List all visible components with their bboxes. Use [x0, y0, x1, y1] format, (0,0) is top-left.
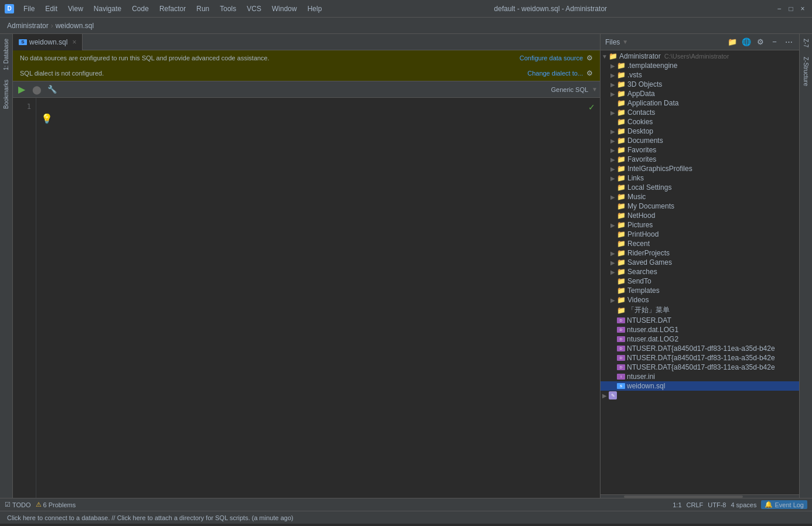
tree-item-ntuserdatguid1[interactable]: ▶ D NTUSER.DAT{a8450d17-df83-11ea-a35d-b… — [601, 344, 799, 353]
file-tree-scrollbar[interactable] — [601, 494, 799, 498]
tree-item-videos[interactable]: ▶ 📁 Videos — [601, 295, 799, 305]
arrow-icon-music[interactable]: ▶ — [609, 193, 617, 201]
tree-item-printhood[interactable]: ▶ 📁 PrintHood — [601, 230, 799, 239]
tree-item-nethood[interactable]: ▶ 📁 NetHood — [601, 211, 799, 220]
minimize-button[interactable]: − — [775, 4, 784, 13]
tree-item-desktop[interactable]: ▶ 📁 Desktop — [601, 127, 799, 136]
arrow-icon-appdata[interactable]: ▶ — [609, 90, 617, 98]
tree-item-applicationdata[interactable]: ▶ 📁 Application Data — [601, 98, 799, 108]
tree-item-ntuserdat[interactable]: ▶ D NTUSER.DAT — [601, 316, 799, 325]
tree-item-downloads[interactable]: ▶ 📁 Favorites — [601, 145, 799, 155]
sidebar-label-z7[interactable]: Z-7 — [801, 34, 810, 52]
tree-item-cookies[interactable]: ▶ 📁 Cookies — [601, 117, 799, 127]
dialect-arrow-icon[interactable]: ▼ — [592, 86, 598, 93]
tree-item-riderprojects[interactable]: ▶ 📁 RiderProjects — [601, 248, 799, 258]
bottom-status-text[interactable]: Click here to connect to a database. // … — [7, 514, 805, 521]
menu-window[interactable]: Window — [267, 4, 302, 14]
code-content[interactable]: 💡 ✓ — [36, 98, 600, 498]
encoding-indicator[interactable]: UTF-8 — [708, 501, 726, 508]
line-sep-indicator[interactable]: CRLF — [687, 501, 704, 508]
menu-vcs[interactable]: VCS — [242, 4, 266, 14]
tree-item-savedgames[interactable]: ▶ 📁 Saved Games — [601, 258, 799, 267]
arrow-icon-contacts[interactable]: ▶ — [609, 108, 617, 117]
menu-navigate[interactable]: Navigate — [89, 4, 126, 14]
tree-item-ntuserdatguid3[interactable]: ▶ D NTUSER.DAT{a8450d17-df83-11ea-a35d-b… — [601, 363, 799, 372]
tree-item-templateengine[interactable]: ▶ 📁 .templateengine — [601, 61, 799, 70]
arrow-icon-intelgraphicsprofiles[interactable]: ▶ — [609, 165, 617, 173]
tree-item-links[interactable]: ▶ 📁 Links — [601, 173, 799, 183]
files-panel-title[interactable]: Files ▼ — [605, 38, 628, 46]
tree-item-pictures[interactable]: ▶ 📁 Pictures — [601, 220, 799, 230]
tab-weidown-sql[interactable]: S weidown.sql × — [13, 34, 83, 50]
tree-item-ntuserini[interactable]: ▶ I ntuser.ini — [601, 372, 799, 381]
indent-indicator[interactable]: 4 spaces — [731, 501, 756, 508]
position-indicator[interactable]: 1:1 — [673, 501, 681, 508]
tree-item-searches[interactable]: ▶ 📁 Searches — [601, 267, 799, 276]
close-button[interactable]: × — [798, 4, 807, 13]
root-arrow-icon[interactable]: ▼ — [601, 52, 609, 60]
arrow-icon-videos[interactable]: ▶ — [609, 296, 617, 304]
sidebar-label-bookmarks[interactable]: Bookmarks — [2, 75, 11, 114]
menu-help[interactable]: Help — [303, 4, 327, 14]
arrow-icon-pictures[interactable]: ▶ — [609, 221, 617, 229]
problems-button[interactable]: ⚠ 6 Problems — [36, 501, 76, 508]
tree-item-weidownsql[interactable]: ▶ S weidown.sql — [601, 381, 799, 391]
breadcrumb-item-file[interactable]: weidown.sql — [56, 22, 94, 30]
tree-item-recent[interactable]: ▶ 📁 Recent — [601, 239, 799, 248]
tree-item-startmenu[interactable]: ▶ 📁 「开始」菜单 — [601, 305, 799, 316]
run-button[interactable]: ▶ — [15, 83, 28, 96]
dialect-selector[interactable]: Generic SQL — [548, 85, 592, 94]
arrow-icon-templateengine[interactable]: ▶ — [609, 62, 617, 70]
tree-item-ntuserdatlog1[interactable]: ▶ D ntuser.dat.LOG1 — [601, 325, 799, 334]
arrow-icon-desktop[interactable]: ▶ — [609, 127, 617, 135]
tree-item-localsettings[interactable]: ▶ 📁 Local Settings — [601, 183, 799, 192]
lightbulb-icon[interactable]: 💡 — [41, 113, 53, 124]
more-options-icon[interactable]: ⋯ — [783, 36, 794, 48]
breadcrumb-item-admin[interactable]: Administrator — [7, 22, 49, 30]
arrow-icon-favorites[interactable]: ▶ — [609, 155, 617, 163]
arrow-icon-scratches[interactable]: ▶ — [601, 391, 609, 399]
menu-code[interactable]: Code — [127, 4, 153, 14]
tree-item-3dobjects[interactable]: ▶ 📁 3D Objects — [601, 80, 799, 89]
menu-edit[interactable]: Edit — [40, 4, 62, 14]
event-log-button[interactable]: 🔔 Event Log — [761, 500, 807, 509]
tree-item-vsts[interactable]: ▶ 📁 .vsts — [601, 70, 799, 80]
arrow-icon-links[interactable]: ▶ — [609, 174, 617, 182]
arrow-icon-savedgames[interactable]: ▶ — [609, 258, 617, 267]
menu-run[interactable]: Run — [192, 4, 214, 14]
tree-item-mydocuments[interactable]: ▶ 📁 My Documents — [601, 201, 799, 211]
tree-item-intelgraphicsprofiles[interactable]: ▶ 📁 IntelGraphicsProfiles — [601, 164, 799, 173]
menu-view[interactable]: View — [63, 4, 88, 14]
collapse-icon[interactable]: − — [769, 36, 780, 48]
add-folder-icon[interactable]: 📁 — [726, 36, 738, 48]
maximize-button[interactable]: □ — [786, 4, 796, 13]
tree-item-music[interactable]: ▶ 📁 Music — [601, 192, 799, 201]
files-dropdown-icon[interactable]: ▼ — [622, 39, 628, 45]
menu-refactor[interactable]: Refactor — [155, 4, 190, 14]
arrow-icon-documents[interactable]: ▶ — [609, 136, 617, 145]
tree-item-scratches[interactable]: ▶ ✎ — [601, 391, 799, 400]
files-settings-icon[interactable]: ⚙ — [755, 36, 766, 48]
stop-button[interactable]: ⬤ — [30, 83, 43, 96]
tree-item-templates[interactable]: ▶ 📁 Templates — [601, 286, 799, 295]
arrow-icon-riderprojects[interactable]: ▶ — [609, 249, 617, 257]
config-button[interactable]: 🔧 — [46, 83, 59, 96]
change-dialect-link[interactable]: Change dialect to... — [527, 70, 583, 77]
arrow-icon-vsts[interactable]: ▶ — [609, 71, 617, 79]
tree-item-sendto[interactable]: ▶ 📁 SendTo — [601, 276, 799, 286]
notification-gear-icon-0[interactable]: ⚙ — [586, 54, 593, 62]
menu-tools[interactable]: Tools — [215, 4, 241, 14]
sidebar-label-structure[interactable]: Z-Structure — [801, 52, 810, 91]
configure-datasource-link[interactable]: Configure data source — [520, 54, 583, 62]
arrow-icon-downloads[interactable]: ▶ — [609, 146, 617, 154]
tree-item-contacts[interactable]: ▶ 📁 Contacts — [601, 108, 799, 117]
tab-close-icon[interactable]: × — [72, 38, 76, 46]
tree-root[interactable]: ▼ 📁 Administrator C:\Users\Administrator — [601, 52, 799, 61]
tree-item-documents[interactable]: ▶ 📁 Documents — [601, 136, 799, 145]
arrow-icon-3dobjects[interactable]: ▶ — [609, 80, 617, 88]
todo-button[interactable]: ☑ TODO — [5, 501, 31, 508]
globe-icon[interactable]: 🌐 — [741, 36, 752, 48]
menu-file[interactable]: File — [19, 4, 39, 14]
sidebar-label-database[interactable]: 1: Database — [2, 34, 11, 75]
tree-item-ntuserdatlog2[interactable]: ▶ D ntuser.dat.LOG2 — [601, 334, 799, 344]
